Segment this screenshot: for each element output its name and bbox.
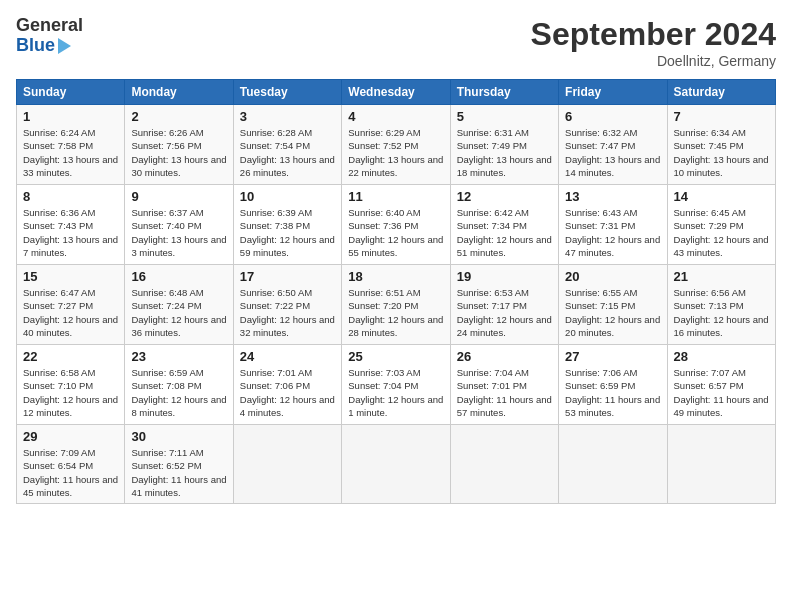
daylight-label: Daylight: 13 hours and 3 minutes. (131, 234, 226, 258)
day-number: 29 (23, 429, 118, 444)
sunrise-label: Sunrise: 6:50 AM (240, 287, 312, 298)
table-row: 26 Sunrise: 7:04 AM Sunset: 7:01 PM Dayl… (450, 345, 558, 425)
sunrise-label: Sunrise: 6:42 AM (457, 207, 529, 218)
col-monday: Monday (125, 80, 233, 105)
table-row: 29 Sunrise: 7:09 AM Sunset: 6:54 PM Dayl… (17, 425, 125, 504)
sunrise-label: Sunrise: 7:04 AM (457, 367, 529, 378)
table-row: 24 Sunrise: 7:01 AM Sunset: 7:06 PM Dayl… (233, 345, 341, 425)
table-row (342, 425, 450, 504)
day-info: Sunrise: 7:03 AM Sunset: 7:04 PM Dayligh… (348, 366, 443, 419)
sunset-label: Sunset: 7:27 PM (23, 300, 93, 311)
sunset-label: Sunset: 7:13 PM (674, 300, 744, 311)
day-number: 18 (348, 269, 443, 284)
day-info: Sunrise: 7:06 AM Sunset: 6:59 PM Dayligh… (565, 366, 660, 419)
day-info: Sunrise: 6:56 AM Sunset: 7:13 PM Dayligh… (674, 286, 769, 339)
day-info: Sunrise: 6:47 AM Sunset: 7:27 PM Dayligh… (23, 286, 118, 339)
day-info: Sunrise: 6:28 AM Sunset: 7:54 PM Dayligh… (240, 126, 335, 179)
table-row: 27 Sunrise: 7:06 AM Sunset: 6:59 PM Dayl… (559, 345, 667, 425)
col-sunday: Sunday (17, 80, 125, 105)
table-row: 4 Sunrise: 6:29 AM Sunset: 7:52 PM Dayli… (342, 105, 450, 185)
daylight-label: Daylight: 11 hours and 49 minutes. (674, 394, 769, 418)
sunset-label: Sunset: 6:57 PM (674, 380, 744, 391)
col-saturday: Saturday (667, 80, 775, 105)
table-row: 30 Sunrise: 7:11 AM Sunset: 6:52 PM Dayl… (125, 425, 233, 504)
day-number: 20 (565, 269, 660, 284)
table-row: 21 Sunrise: 6:56 AM Sunset: 7:13 PM Dayl… (667, 265, 775, 345)
day-info: Sunrise: 7:11 AM Sunset: 6:52 PM Dayligh… (131, 446, 226, 499)
daylight-label: Daylight: 12 hours and 40 minutes. (23, 314, 118, 338)
daylight-label: Daylight: 13 hours and 14 minutes. (565, 154, 660, 178)
daylight-label: Daylight: 12 hours and 24 minutes. (457, 314, 552, 338)
sunrise-label: Sunrise: 6:45 AM (674, 207, 746, 218)
calendar-week-row: 22 Sunrise: 6:58 AM Sunset: 7:10 PM Dayl… (17, 345, 776, 425)
sunrise-label: Sunrise: 6:34 AM (674, 127, 746, 138)
table-row: 18 Sunrise: 6:51 AM Sunset: 7:20 PM Dayl… (342, 265, 450, 345)
sunrise-label: Sunrise: 7:03 AM (348, 367, 420, 378)
day-info: Sunrise: 6:58 AM Sunset: 7:10 PM Dayligh… (23, 366, 118, 419)
table-row: 8 Sunrise: 6:36 AM Sunset: 7:43 PM Dayli… (17, 185, 125, 265)
daylight-label: Daylight: 12 hours and 1 minute. (348, 394, 443, 418)
sunset-label: Sunset: 7:17 PM (457, 300, 527, 311)
day-info: Sunrise: 6:37 AM Sunset: 7:40 PM Dayligh… (131, 206, 226, 259)
sunset-label: Sunset: 7:22 PM (240, 300, 310, 311)
sunrise-label: Sunrise: 6:43 AM (565, 207, 637, 218)
sunrise-label: Sunrise: 7:09 AM (23, 447, 95, 458)
daylight-label: Daylight: 11 hours and 57 minutes. (457, 394, 552, 418)
daylight-label: Daylight: 11 hours and 45 minutes. (23, 474, 118, 498)
day-info: Sunrise: 6:59 AM Sunset: 7:08 PM Dayligh… (131, 366, 226, 419)
sunrise-label: Sunrise: 6:29 AM (348, 127, 420, 138)
calendar-week-row: 15 Sunrise: 6:47 AM Sunset: 7:27 PM Dayl… (17, 265, 776, 345)
sunset-label: Sunset: 6:52 PM (131, 460, 201, 471)
col-tuesday: Tuesday (233, 80, 341, 105)
day-info: Sunrise: 6:29 AM Sunset: 7:52 PM Dayligh… (348, 126, 443, 179)
daylight-label: Daylight: 11 hours and 41 minutes. (131, 474, 226, 498)
day-info: Sunrise: 7:04 AM Sunset: 7:01 PM Dayligh… (457, 366, 552, 419)
sunrise-label: Sunrise: 6:32 AM (565, 127, 637, 138)
day-number: 25 (348, 349, 443, 364)
sunrise-label: Sunrise: 6:36 AM (23, 207, 95, 218)
day-number: 24 (240, 349, 335, 364)
day-info: Sunrise: 6:43 AM Sunset: 7:31 PM Dayligh… (565, 206, 660, 259)
day-number: 6 (565, 109, 660, 124)
day-info: Sunrise: 6:50 AM Sunset: 7:22 PM Dayligh… (240, 286, 335, 339)
day-info: Sunrise: 6:34 AM Sunset: 7:45 PM Dayligh… (674, 126, 769, 179)
day-number: 13 (565, 189, 660, 204)
day-number: 9 (131, 189, 226, 204)
day-info: Sunrise: 6:45 AM Sunset: 7:29 PM Dayligh… (674, 206, 769, 259)
sunrise-label: Sunrise: 7:06 AM (565, 367, 637, 378)
table-row: 9 Sunrise: 6:37 AM Sunset: 7:40 PM Dayli… (125, 185, 233, 265)
sunrise-label: Sunrise: 6:58 AM (23, 367, 95, 378)
table-row: 10 Sunrise: 6:39 AM Sunset: 7:38 PM Dayl… (233, 185, 341, 265)
day-info: Sunrise: 6:55 AM Sunset: 7:15 PM Dayligh… (565, 286, 660, 339)
daylight-label: Daylight: 13 hours and 26 minutes. (240, 154, 335, 178)
table-row: 2 Sunrise: 6:26 AM Sunset: 7:56 PM Dayli… (125, 105, 233, 185)
day-number: 5 (457, 109, 552, 124)
table-row: 14 Sunrise: 6:45 AM Sunset: 7:29 PM Dayl… (667, 185, 775, 265)
sunrise-label: Sunrise: 6:28 AM (240, 127, 312, 138)
sunset-label: Sunset: 6:59 PM (565, 380, 635, 391)
logo-text: General (16, 16, 83, 36)
table-row: 19 Sunrise: 6:53 AM Sunset: 7:17 PM Dayl… (450, 265, 558, 345)
sunset-label: Sunset: 7:58 PM (23, 140, 93, 151)
table-row: 12 Sunrise: 6:42 AM Sunset: 7:34 PM Dayl… (450, 185, 558, 265)
table-row: 5 Sunrise: 6:31 AM Sunset: 7:49 PM Dayli… (450, 105, 558, 185)
daylight-label: Daylight: 12 hours and 28 minutes. (348, 314, 443, 338)
daylight-label: Daylight: 12 hours and 51 minutes. (457, 234, 552, 258)
day-number: 23 (131, 349, 226, 364)
day-number: 14 (674, 189, 769, 204)
table-row: 25 Sunrise: 7:03 AM Sunset: 7:04 PM Dayl… (342, 345, 450, 425)
sunrise-label: Sunrise: 7:01 AM (240, 367, 312, 378)
sunrise-label: Sunrise: 6:31 AM (457, 127, 529, 138)
table-row (233, 425, 341, 504)
day-number: 11 (348, 189, 443, 204)
table-row: 22 Sunrise: 6:58 AM Sunset: 7:10 PM Dayl… (17, 345, 125, 425)
calendar-week-row: 8 Sunrise: 6:36 AM Sunset: 7:43 PM Dayli… (17, 185, 776, 265)
day-number: 28 (674, 349, 769, 364)
sunset-label: Sunset: 7:47 PM (565, 140, 635, 151)
day-info: Sunrise: 7:09 AM Sunset: 6:54 PM Dayligh… (23, 446, 118, 499)
table-row: 15 Sunrise: 6:47 AM Sunset: 7:27 PM Dayl… (17, 265, 125, 345)
sunset-label: Sunset: 7:01 PM (457, 380, 527, 391)
sunrise-label: Sunrise: 7:11 AM (131, 447, 203, 458)
sunrise-label: Sunrise: 6:48 AM (131, 287, 203, 298)
day-number: 2 (131, 109, 226, 124)
